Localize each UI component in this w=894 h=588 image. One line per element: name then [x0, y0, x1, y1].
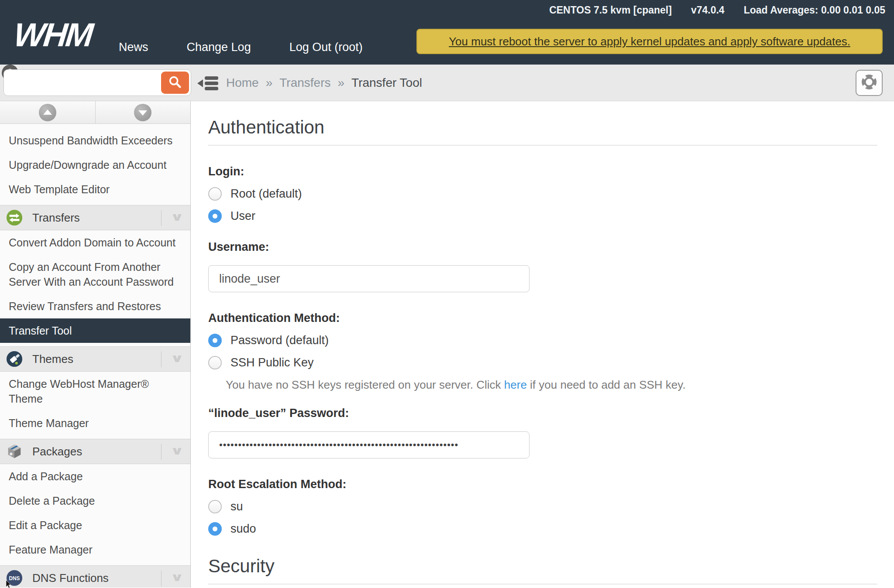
search-input[interactable] [4, 70, 161, 96]
system-info: CENTOS 7.5 kvm [cpanel] v74.0.4 Load Ave… [549, 4, 885, 16]
breadcrumb-home[interactable]: Home [226, 76, 259, 90]
auth-method-radio-group: Password (default)SSH Public Key [208, 334, 877, 369]
nav-log-out-root[interactable]: Log Out (root) [289, 41, 363, 54]
chevron-down-icon[interactable]: ∨ [170, 210, 184, 224]
radio-row-user: User [208, 209, 877, 223]
divider [161, 210, 162, 226]
radio-label-ssh-public-key[interactable]: SSH Public Key [230, 356, 314, 369]
scroll-down-icon [134, 104, 151, 121]
auth-method-label: Authentication Method: [208, 311, 877, 325]
nav-change-log[interactable]: Change Log [187, 41, 251, 54]
security-section-title: Security [208, 556, 877, 577]
radio-label-root-default[interactable]: Root (default) [230, 187, 302, 201]
sidebar-item-upgrade-downgrade-an-account[interactable]: Upgrade/Downgrade an Account [0, 153, 190, 177]
sidebar-item-transfer-tool[interactable]: Transfer Tool [0, 318, 190, 343]
radio-row-root-default: Root (default) [208, 187, 877, 201]
ssh-key-here-link[interactable]: here [504, 378, 527, 391]
top-header: CENTOS 7.5 kvm [cpanel] v74.0.4 Load Ave… [0, 0, 894, 65]
load-averages: Load Averages: 0.00 0.01 0.05 [744, 4, 885, 16]
sidebar-item-feature-manager[interactable]: Feature Manager [0, 537, 190, 562]
login-label: Login: [208, 165, 877, 178]
root-escalation-label: Root Escalation Method: [208, 478, 877, 491]
radio-user[interactable] [208, 209, 222, 223]
divider [161, 352, 162, 367]
sidebar-item-delete-a-package[interactable]: Delete a Package [0, 489, 190, 513]
sidebar-item-copy-an-account-from-another-server-with-a[interactable]: Copy an Account From Another Server With… [0, 255, 190, 294]
sidebar-item-edit-a-package[interactable]: Edit a Package [0, 513, 190, 537]
support-button[interactable] [856, 70, 883, 96]
breadcrumb-separator: » [266, 76, 273, 90]
search-button[interactable] [161, 72, 189, 94]
sidebar-item-convert-addon-domain-to-account[interactable]: Convert Addon Domain to Account [0, 230, 190, 255]
chevron-down-icon[interactable]: ∨ [170, 444, 184, 458]
whm-version: v74.0.4 [691, 4, 725, 16]
username-input[interactable] [208, 265, 530, 292]
search-icon [168, 75, 182, 91]
radio-ssh-public-key[interactable] [208, 356, 222, 369]
breadcrumb-transfers[interactable]: Transfers [279, 76, 330, 90]
divider [161, 571, 162, 586]
divider [208, 145, 877, 146]
breadcrumb: Home»Transfers»Transfer Tool [226, 65, 422, 101]
radio-root-default[interactable] [208, 187, 222, 201]
reboot-alert-link[interactable]: You must reboot the server to apply kern… [449, 35, 850, 48]
collapse-sidebar-icon[interactable] [197, 75, 219, 93]
scroll-up-icon [39, 104, 56, 121]
sidebar-section-label: DNS Functions [32, 571, 109, 585]
radio-row-password-default: Password (default) [208, 334, 877, 347]
sidebar-menu: Unsuspend Bandwidth ExceedersUpgrade/Dow… [0, 124, 190, 588]
sidebar-item-theme-manager[interactable]: Theme Manager [0, 411, 190, 435]
ssh-note-text: You have no SSH keys registered on your … [226, 378, 504, 391]
password-label: “linode_user” Password: [208, 407, 877, 420]
radio-row-sudo: sudo [208, 522, 877, 536]
sidebar-item-add-a-package[interactable]: Add a Package [0, 464, 190, 489]
sidebar-section-packages[interactable]: Packages∨ [0, 439, 190, 464]
chevron-down-icon[interactable]: ∨ [170, 571, 184, 584]
search-box [3, 69, 191, 96]
life-preserver-icon [860, 73, 878, 93]
themes-icon [6, 351, 23, 367]
reboot-alert-banner: You must reboot the server to apply kern… [416, 29, 883, 54]
sidebar-item-web-template-editor[interactable]: Web Template Editor [0, 177, 190, 202]
breadcrumb-separator: » [338, 76, 345, 90]
radio-label-su[interactable]: su [230, 500, 243, 513]
toolbar: Home»Transfers»Transfer Tool ? [0, 65, 894, 101]
mouse-cursor-icon [3, 580, 14, 588]
sidebar-section-label: Packages [32, 445, 82, 458]
ssh-note-text: if you need to add an SSH key. [527, 378, 686, 391]
main-content: Authentication Login: Root (default)User… [191, 101, 894, 588]
radio-password-default[interactable] [208, 334, 222, 347]
password-input[interactable] [208, 431, 530, 458]
sidebar-scroll-buttons [0, 101, 190, 124]
sidebar-item-change-webhost-manager-theme[interactable]: Change WebHost Manager® Theme [0, 372, 190, 411]
chevron-down-icon[interactable]: ∨ [170, 352, 184, 365]
scroll-down-button[interactable] [96, 101, 191, 123]
ssh-key-note: You have no SSH keys registered on your … [226, 378, 877, 392]
breadcrumb-transfer-tool: Transfer Tool [351, 76, 422, 90]
radio-label-user[interactable]: User [230, 209, 255, 223]
sidebar-item-review-transfers-and-restores[interactable]: Review Transfers and Restores [0, 294, 190, 318]
divider [161, 444, 162, 460]
radio-su[interactable] [208, 500, 222, 513]
packages-icon [6, 443, 23, 460]
os-version: CENTOS 7.5 kvm [cpanel] [549, 4, 672, 16]
sidebar-section-themes[interactable]: Themes∨ [0, 346, 190, 372]
sidebar-section-label: Themes [32, 352, 73, 366]
radio-label-sudo[interactable]: sudo [230, 522, 256, 536]
scroll-up-button[interactable] [0, 101, 96, 123]
sidebar-section-label: Transfers [32, 211, 80, 225]
sidebar-section-dns-functions[interactable]: DNSDNS Functions∨ [0, 565, 190, 588]
radio-row-su: su [208, 500, 877, 513]
sidebar-section-transfers[interactable]: Transfers∨ [0, 205, 190, 230]
radio-label-password-default[interactable]: Password (default) [230, 334, 329, 347]
escalation-radio-group: susudo [208, 500, 877, 536]
radio-sudo[interactable] [208, 522, 222, 536]
authentication-section-title: Authentication [208, 117, 877, 138]
divider [208, 584, 877, 585]
nav-news[interactable]: News [119, 41, 148, 54]
whm-logo[interactable]: WHM [12, 16, 93, 54]
username-label: Username: [208, 240, 877, 254]
sidebar-item-unsuspend-bandwidth-exceeders[interactable]: Unsuspend Bandwidth Exceeders [0, 128, 190, 153]
login-radio-group: Root (default)User [208, 187, 877, 223]
sidebar: Unsuspend Bandwidth ExceedersUpgrade/Dow… [0, 101, 191, 588]
